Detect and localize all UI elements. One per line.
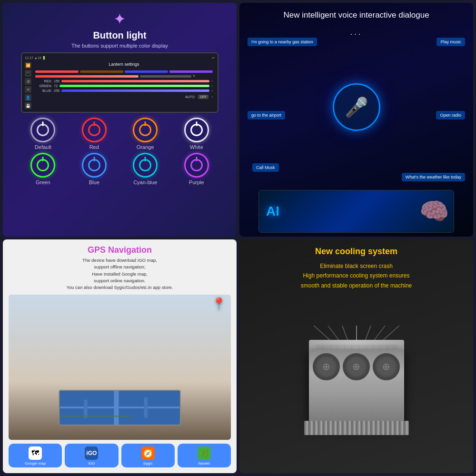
ai-screen: AI 🧠 [258, 190, 454, 233]
app-icons-row: 🗺 Google map iGO iGO 🧭 Sygic 🌿 Navitel [9, 444, 231, 467]
btn-red[interactable]: Red [70, 118, 118, 150]
blue-label: BLUE: [35, 89, 52, 92]
sidebar-gen: ⚙ [25, 78, 31, 85]
btn-cyan[interactable]: Cyan-blue [121, 153, 169, 185]
red-label: RED: [35, 79, 52, 83]
feature-1: Eliminate black screen crash [301, 261, 412, 271]
svg-rect-2 [114, 391, 119, 425]
bubble-gas: I'm going to a nearby gas station [248, 38, 317, 46]
fan-2: ⊕ [343, 353, 370, 380]
btn-default[interactable]: Default [19, 118, 67, 150]
bubble-call: Call Musk [252, 163, 279, 172]
sidebar-sys: 💾 [25, 102, 31, 109]
button-light-panel: ✦ Button light The buttons support multi… [3, 3, 237, 237]
panel1-subtitle: The buttons support multiple color displ… [71, 43, 168, 49]
location-pin-icon: 📍 [212, 297, 226, 310]
cooling-visual: ⊕ ⊕ ⊕ [245, 298, 467, 467]
sidebar-dev: 📱 [25, 70, 31, 77]
svg-rect-1 [60, 407, 180, 408]
voice-panel: New intelligent voice interactive dialog… [239, 3, 473, 237]
svg-rect-4 [144, 397, 148, 418]
igo-icon: iGO [85, 446, 98, 460]
ai-face-icon: 🧠 [419, 198, 449, 225]
btn-blue[interactable]: Blue [70, 153, 118, 185]
heatsink-container: ⊕ ⊕ ⊕ [295, 330, 418, 435]
svg-rect-5 [60, 416, 132, 417]
btn-purple[interactable]: Purple [172, 153, 220, 185]
navitel-icon: 🌿 [198, 446, 211, 460]
dots: ... [350, 28, 362, 37]
red-value: 155 [54, 79, 60, 83]
auto-value: OFF [198, 95, 208, 99]
auto-label: AUTO: [185, 95, 195, 99]
gps-panel: GPS Navigation The device have download … [3, 239, 237, 473]
fan-1: ⊕ [313, 353, 340, 380]
svg-rect-3 [84, 400, 88, 418]
feature-3: smooth and stable operation of the machi… [301, 281, 412, 290]
navitel-app[interactable]: 🌿 Navitel [178, 444, 231, 467]
fan-3: ⊕ [373, 353, 400, 380]
bubble-radio: Open radio [436, 111, 465, 119]
map-display [60, 391, 180, 425]
sidebar-use: 👤 [25, 94, 31, 101]
mic-icon: 🎤 [345, 96, 368, 119]
gps-image-area: 📍 [9, 295, 231, 440]
panel1-title: Button light [93, 30, 146, 41]
voice-circle: 🎤 [333, 83, 380, 131]
heatsink-bottom-fins [304, 421, 409, 435]
sidebar-fact: ✕ [25, 86, 31, 93]
btn-orange[interactable]: Orange [121, 118, 169, 150]
bubble-music: Play music [436, 38, 465, 46]
sidebar-wifi: 📶 [25, 62, 31, 69]
map-roads-svg [60, 391, 180, 425]
sygic-app[interactable]: 🧭 Sygic [121, 444, 175, 467]
igo-app[interactable]: iGO iGO [65, 444, 118, 467]
bubble-airport: go to the airport [248, 111, 285, 119]
google-map-icon: 🗺 [29, 446, 42, 460]
feature-2: High performance cooling system ensures [301, 271, 412, 280]
ai-label: AI [266, 204, 279, 219]
btn-green[interactable]: Green [19, 153, 67, 185]
screen-mockup: 11:17 ▲19 🔋 ↩ 📶 📱 ⚙ ✕ 👤 💾 Lantern settin… [21, 52, 218, 113]
settings-title: Lantern settings [33, 62, 214, 67]
cooling-panel: New cooling system Eliminate black scree… [239, 239, 473, 473]
green-label: GREEN: [35, 84, 52, 88]
nav-screen [59, 390, 181, 426]
green-value: 72 [54, 84, 58, 88]
google-map-app[interactable]: 🗺 Google map [9, 444, 62, 467]
bubble-weather: What's the weather like today [402, 173, 465, 181]
voice-interaction-area: ... I'm going to a nearby gas station Pl… [245, 28, 467, 186]
cooling-features: Eliminate black screen crash High perfor… [301, 261, 412, 290]
panel2-title: New intelligent voice interactive dialog… [283, 10, 429, 20]
color-button-grid: Default Red Orange White Green Blue Cyan… [19, 118, 221, 185]
sygic-icon: 🧭 [141, 446, 155, 460]
panel3-title: GPS Navigation [9, 245, 231, 255]
btn-white[interactable]: White [172, 118, 220, 150]
panel4-title: New cooling system [315, 247, 397, 257]
sun-icon: ✦ [113, 10, 126, 28]
heatsink-body: ⊕ ⊕ ⊕ [309, 349, 404, 426]
gps-description: The device have download IGO map,support… [9, 257, 231, 291]
blue-value: 255 [54, 89, 60, 92]
